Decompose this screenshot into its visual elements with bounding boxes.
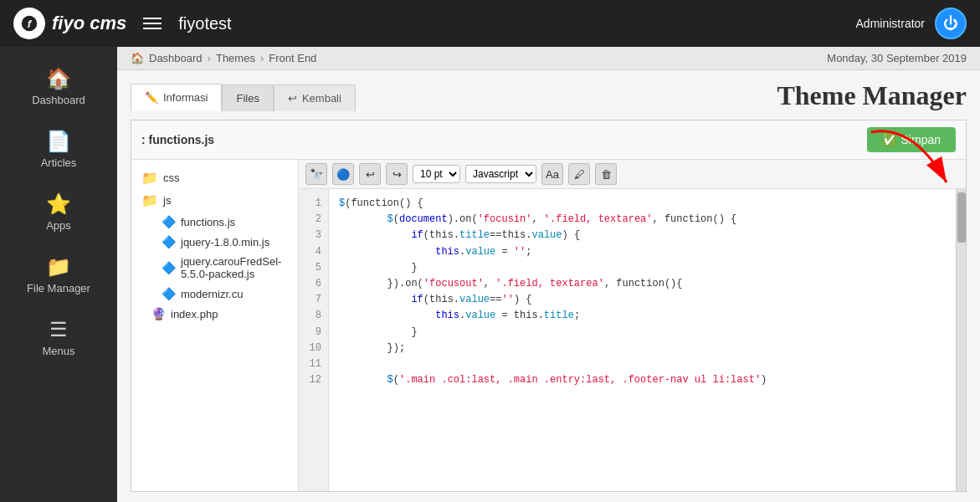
inner-box: : functions.js ✅ Simpan 📁 css — [131, 120, 967, 492]
sidebar-item-label-menus: Menus — [42, 345, 74, 357]
return-icon: ↩ — [288, 92, 297, 105]
tree-folder-css-label: css — [163, 172, 180, 184]
logo-icon: f — [13, 8, 45, 39]
tab-files-label: Files — [236, 92, 259, 105]
tab-kembali-label: Kembali — [302, 92, 341, 105]
menus-icon: ☰ — [49, 318, 68, 341]
globe-btn[interactable]: 🔵 — [332, 163, 354, 185]
tabs-title-row: ✏️ Informasi Files ↩ Kembali Theme Manag… — [131, 80, 967, 111]
scrollbar-thumb[interactable] — [957, 192, 966, 243]
breadcrumb-themes[interactable]: Themes — [216, 52, 255, 64]
language-select[interactable]: Javascript — [465, 165, 536, 183]
file-manager-icon: 📁 — [46, 255, 71, 279]
breadcrumb-date: Monday, 30 September 2019 — [827, 52, 967, 64]
sidebar-item-articles[interactable]: 📄 Articles — [0, 118, 117, 181]
sidebar-item-file-manager[interactable]: 📁 File Manager — [0, 243, 117, 306]
tree-file-jquery-carouF-label: jquery.carouFredSel-5.5.0-packed.js — [181, 255, 288, 280]
code-content[interactable]: $(function() { $(document).on('focusin',… — [329, 189, 956, 491]
admin-label: Administrator — [856, 17, 925, 30]
breadcrumb-bar: 🏠 Dashboard › Themes › Front End Monday,… — [117, 47, 980, 70]
main-layout: 🏠 Dashboard 📄 Articles ⭐ Apps 📁 File Man… — [0, 47, 980, 502]
file-icon-modernizr: 🔷 — [162, 287, 176, 300]
editor-area: 📁 css 📁 js 🔷 functions.js 🔷 — [131, 160, 966, 491]
file-icon-jquery-min: 🔷 — [162, 235, 176, 248]
tree-folder-js[interactable]: 📁 js — [131, 189, 298, 212]
search-btn[interactable]: 🔭 — [305, 163, 327, 185]
pencil-icon: ✏️ — [145, 91, 158, 104]
tree-folder-css[interactable]: 📁 css — [131, 166, 298, 189]
sidebar-item-label-articles: Articles — [41, 156, 77, 169]
logo[interactable]: f fiyo cms — [13, 8, 126, 39]
sidebar-item-label-dashboard: Dashboard — [32, 94, 85, 106]
check-icon: ✅ — [882, 133, 896, 146]
tree-file-jquery-min[interactable]: 🔷 jquery-1.8.0.min.js — [131, 232, 298, 252]
file-icon-functions-js: 🔷 — [162, 215, 176, 228]
tree-file-modernizr-label: modernizr.cu — [181, 288, 243, 300]
tabs: ✏️ Informasi Files ↩ Kembali — [131, 84, 356, 111]
content-area: 🏠 Dashboard › Themes › Front End Monday,… — [117, 47, 980, 502]
power-button[interactable]: ⏻ — [935, 8, 967, 39]
highlight-btn[interactable]: 🖊 — [568, 163, 590, 185]
hamburger-menu[interactable] — [143, 18, 162, 29]
file-tree: 📁 css 📁 js 🔷 functions.js 🔷 — [131, 160, 299, 491]
breadcrumb-dashboard[interactable]: Dashboard — [149, 52, 203, 64]
inner-header: : functions.js ✅ Simpan — [131, 120, 966, 160]
breadcrumb-sep-1: › — [208, 52, 211, 64]
breadcrumb: 🏠 Dashboard › Themes › Front End — [131, 52, 316, 64]
sidebar-item-apps[interactable]: ⭐ Apps — [0, 181, 117, 243]
clear-btn[interactable]: 🗑 — [595, 163, 617, 185]
page-title: Theme Manager — [777, 80, 967, 111]
tree-file-index-php-label: index.php — [171, 308, 218, 320]
tree-folder-js-label: js — [163, 194, 171, 207]
folder-icon-css: 📁 — [141, 170, 158, 186]
site-name: fiyotest — [178, 14, 855, 33]
tree-file-modernizr[interactable]: 🔷 modernizr.cu — [131, 284, 298, 304]
file-icon-jquery-carouF: 🔷 — [162, 261, 176, 274]
tree-file-functions-js[interactable]: 🔷 functions.js — [131, 212, 298, 232]
breadcrumb-sep-2: › — [260, 52, 264, 64]
match-case-btn[interactable]: Aa — [541, 163, 563, 185]
line-numbers: 123456789101112 — [299, 189, 329, 491]
code-editor-area[interactable]: 123456789101112 $(function() { $(documen… — [299, 189, 966, 491]
navbar-right: Administrator ⏻ — [856, 8, 967, 39]
simpan-button[interactable]: ✅ Simpan — [867, 127, 956, 152]
tab-informasi[interactable]: ✏️ Informasi — [131, 84, 222, 111]
tab-files[interactable]: Files — [222, 85, 273, 111]
undo-btn[interactable]: ↩ — [359, 163, 381, 185]
logo-text: fiyo cms — [52, 13, 126, 34]
tree-file-functions-js-label: functions.js — [181, 216, 235, 228]
breadcrumb-current: Front End — [269, 52, 316, 64]
tab-kembali[interactable]: ↩ Kembali — [274, 85, 356, 111]
articles-icon: 📄 — [46, 130, 71, 153]
tree-file-index-php[interactable]: 🔮 index.php — [131, 304, 298, 324]
folder-icon-js: 📁 — [141, 192, 158, 208]
sidebar-item-menus[interactable]: ☰ Menus — [0, 306, 117, 369]
page-content: ✏️ Informasi Files ↩ Kembali Theme Manag… — [117, 70, 980, 502]
sidebar-item-label-file-manager: File Manager — [27, 282, 90, 295]
home-icon: 🏠 — [46, 67, 71, 90]
sidebar: 🏠 Dashboard 📄 Articles ⭐ Apps 📁 File Man… — [0, 47, 117, 502]
breadcrumb-home-icon: 🏠 — [131, 52, 144, 64]
redo-btn[interactable]: ↪ — [386, 163, 408, 185]
tree-file-jquery-carouF[interactable]: 🔷 jquery.carouFredSel-5.5.0-packed.js — [131, 252, 298, 284]
apps-icon: ⭐ — [46, 192, 71, 216]
file-icon-index-php: 🔮 — [151, 307, 166, 320]
font-size-select[interactable]: 10 pt — [413, 165, 460, 183]
code-toolbar: 🔭 🔵 ↩ ↪ 10 pt Javascript Aa 🖊 — [299, 160, 966, 189]
sidebar-item-label-apps: Apps — [46, 219, 71, 232]
file-label: : functions.js — [141, 133, 214, 146]
tree-file-jquery-min-label: jquery-1.8.0.min.js — [181, 236, 269, 248]
scrollbar[interactable] — [956, 189, 966, 491]
sidebar-item-dashboard[interactable]: 🏠 Dashboard — [0, 55, 117, 118]
tab-informasi-label: Informasi — [163, 91, 208, 104]
navbar: f fiyo cms fiyotest Administrator ⏻ — [0, 0, 980, 47]
code-panel: 🔭 🔵 ↩ ↪ 10 pt Javascript Aa 🖊 — [299, 160, 966, 491]
simpan-label: Simpan — [901, 133, 941, 146]
